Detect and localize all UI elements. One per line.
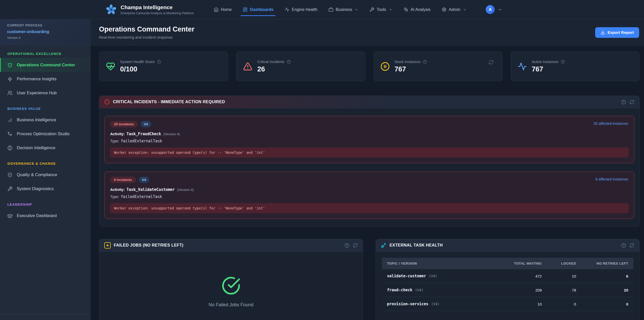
layout-dashboard-icon [243, 7, 248, 12]
export-report-label: Export Report [608, 30, 634, 35]
help-circle-icon[interactable] [621, 243, 626, 248]
failed-jobs-panel: FAILED JOBS (NO RETRIES LEFT) [99, 239, 363, 320]
sidebar-footer-divider [0, 314, 90, 314]
sidebar-item-label: Performance Insights [17, 77, 56, 81]
activity-icon [518, 62, 527, 71]
activity-version: (Version 4) [163, 132, 180, 136]
sidebar-item-system-diagnostics[interactable]: System Diagnostics [0, 182, 90, 196]
wrench-icon [369, 7, 374, 12]
sidebar-item-executive-dashboard[interactable]: Executive Dashboard [0, 209, 90, 223]
table-row[interactable]: validate-customer(V4) 472 10 6 [382, 269, 633, 283]
workflow-icon [7, 131, 12, 136]
help-circle-icon[interactable] [287, 60, 291, 64]
stat-label: Active Instances [532, 60, 559, 64]
activity-name: Task_FraudCheck [126, 132, 161, 136]
nav-label: Dashboards [250, 7, 273, 12]
sidebar-item-operations-command-center[interactable]: Operations Command Center [0, 58, 90, 72]
column-header-total-waiting: TOTAL WAITING [502, 258, 547, 269]
help-circle-icon[interactable] [345, 243, 349, 248]
chevron-down-icon [498, 8, 502, 11]
nav-label: Business [336, 7, 352, 12]
stat-card-critical-incidents: Critical Incidents 26 [236, 51, 365, 81]
avatar[interactable]: A [486, 5, 495, 14]
stat-value: 767 [532, 65, 565, 73]
sidebar-item-label: Process Optimization Studio [17, 131, 69, 136]
nav-item-dashboards[interactable]: Dashboards [237, 0, 279, 19]
sidebar-item-label: Business Intelligence [17, 117, 56, 122]
sidebar-item-label: Executive Dashboard [17, 213, 57, 218]
sidebar-item-label: System Diagnostics [17, 186, 54, 191]
no-retries-value: 20 [581, 283, 633, 297]
nav-item-admin[interactable]: Admin [436, 0, 472, 19]
stat-card-system-health: System Health Score 0/100 [99, 51, 228, 81]
sidebar: CURRENT PROCESS customer-onboarding Vers… [0, 19, 91, 320]
nav-item-engine-health[interactable]: Engine Health [279, 0, 323, 19]
chevron-down-icon [389, 8, 392, 11]
table-row[interactable]: fraud-check(V4) 209 78 20 [382, 283, 633, 297]
affected-instances-link[interactable]: 20 affected instances [593, 121, 628, 126]
sidebar-item-user-experience-hub[interactable]: User Experience Hub [0, 86, 90, 100]
panel-title: CRITICAL INCIDENTS - IMMEDIATE ACTION RE… [113, 100, 225, 104]
nav-item-tools[interactable]: Tools [364, 0, 398, 19]
incident-card: 20 Incidents V4 20 affected instances Ac… [104, 116, 634, 163]
total-waiting-value: 209 [502, 283, 547, 297]
version-badge: V4 [139, 177, 149, 183]
export-report-button[interactable]: Export Report [595, 27, 639, 38]
failed-jobs-empty-state: No Failed Jobs Found [99, 252, 363, 320]
nav-item-business[interactable]: Business [323, 0, 364, 19]
refresh-icon[interactable] [629, 100, 634, 104]
check-circle-icon [221, 276, 241, 295]
help-circle-icon[interactable] [621, 100, 626, 104]
table-row[interactable]: provision-services(V4) 10 0 0 [382, 297, 633, 311]
sidebar-item-quality-compliance[interactable]: Quality & Compliance [0, 168, 90, 182]
section-operational-excellence: OPERATIONAL EXCELLENCE [7, 52, 90, 56]
topic-version: (V4) [415, 288, 423, 292]
nav-label: Tools [377, 7, 386, 12]
type-value: failedExternalTask [121, 194, 162, 199]
empty-message: No Failed Jobs Found [209, 302, 253, 308]
help-circle-icon[interactable] [423, 60, 427, 64]
stat-value: 767 [395, 65, 427, 73]
external-task-table: TOPIC / VERSION TOTAL WAITING LOCKED NO … [382, 258, 633, 311]
user-menu[interactable]: A [486, 5, 502, 14]
stat-value: 0/100 [120, 65, 161, 73]
refresh-icon[interactable] [489, 60, 494, 65]
sidebar-item-process-optimization-studio[interactable]: Process Optimization Studio [0, 127, 90, 141]
help-circle-icon[interactable] [157, 60, 161, 64]
panel-title: EXTERNAL TASK HEALTH [390, 243, 443, 248]
type-label: Type: [110, 139, 119, 143]
table-header-row: TOPIC / VERSION TOTAL WAITING LOCKED NO … [382, 258, 633, 269]
locked-value: 10 [547, 269, 581, 283]
column-header-locked: LOCKED [547, 258, 581, 269]
nav-item-ai-analysis[interactable]: AI Analysis [398, 0, 436, 19]
external-task-health-panel: EXTERNAL TASK HEALTH [376, 239, 640, 320]
topic-name: validate-customer [387, 274, 426, 278]
page-title: Operations Command Center [99, 25, 194, 33]
activity-label: Activity: [110, 188, 125, 192]
brain-icon [7, 145, 12, 150]
sidebar-item-performance-insights[interactable]: Performance Insights [0, 72, 90, 86]
main-content: Operations Command Center Real-time moni… [91, 19, 644, 320]
type-label: Type: [110, 195, 119, 199]
topic-name: provision-services [387, 302, 428, 306]
nav-item-home[interactable]: Home [208, 0, 237, 19]
stat-label: Stuck Instances [395, 60, 421, 64]
affected-instances-link[interactable]: 6 affected instances [595, 177, 628, 181]
sidebar-item-business-intelligence[interactable]: Business Intelligence [0, 113, 90, 127]
refresh-icon[interactable] [629, 243, 634, 248]
sidebar-item-label: Operations Command Center [17, 63, 75, 67]
sidebar-item-decision-intelligence[interactable]: Decision Intelligence [0, 141, 90, 155]
total-waiting-value: 10 [502, 297, 547, 311]
current-process-name[interactable]: customer-onboarding [7, 29, 83, 34]
nav-label: AI Analysis [411, 7, 431, 12]
pause-circle-icon [380, 62, 390, 71]
worker-exception-message: Worker exception: unsupported operand ty… [110, 147, 628, 158]
locked-value: 78 [547, 283, 581, 297]
refresh-icon[interactable] [353, 243, 358, 248]
nav-label: Home [221, 7, 232, 12]
stats-row: System Health Score 0/100 [99, 51, 640, 81]
help-circle-icon[interactable] [561, 60, 565, 64]
type-value: failedExternalTask [121, 139, 162, 143]
topbar: Champa Intelligence Enterprise Camunda A… [0, 0, 644, 19]
dashboard-content: System Health Score 0/100 [91, 46, 644, 320]
